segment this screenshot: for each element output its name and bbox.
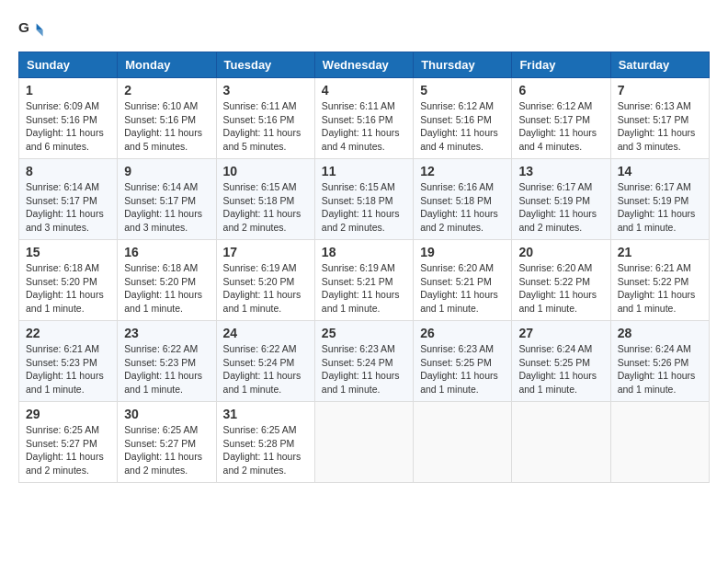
day-number: 31 xyxy=(223,407,308,421)
day-info: Sunrise: 6:24 AMSunset: 5:26 PMDaylight:… xyxy=(618,343,696,395)
calendar-day-27: 27 Sunrise: 6:24 AMSunset: 5:25 PMDaylig… xyxy=(512,321,610,402)
calendar-day-7: 7 Sunrise: 6:13 AMSunset: 5:17 PMDayligh… xyxy=(610,78,709,159)
calendar-week-3: 15 Sunrise: 6:18 AMSunset: 5:20 PMDaylig… xyxy=(19,240,710,321)
calendar-day-2: 2 Sunrise: 6:10 AMSunset: 5:16 PMDayligh… xyxy=(118,78,216,159)
calendar-empty xyxy=(414,402,512,483)
day-info: Sunrise: 6:18 AMSunset: 5:20 PMDaylight:… xyxy=(26,262,104,314)
svg-marker-2 xyxy=(37,30,43,37)
calendar-week-1: 1 Sunrise: 6:09 AMSunset: 5:16 PMDayligh… xyxy=(19,78,710,159)
svg-marker-1 xyxy=(37,24,43,30)
calendar-day-25: 25 Sunrise: 6:23 AMSunset: 5:24 PMDaylig… xyxy=(314,321,413,402)
day-number: 8 xyxy=(26,164,110,178)
day-info: Sunrise: 6:16 AMSunset: 5:18 PMDaylight:… xyxy=(420,181,498,233)
day-info: Sunrise: 6:18 AMSunset: 5:20 PMDaylight:… xyxy=(124,262,202,314)
calendar-day-20: 20 Sunrise: 6:20 AMSunset: 5:22 PMDaylig… xyxy=(512,240,610,321)
day-number: 16 xyxy=(124,245,209,259)
day-number: 28 xyxy=(618,326,702,340)
day-number: 9 xyxy=(124,164,209,178)
day-info: Sunrise: 6:22 AMSunset: 5:23 PMDaylight:… xyxy=(124,343,202,395)
svg-text:G: G xyxy=(18,19,29,35)
header-tuesday: Tuesday xyxy=(216,52,314,78)
day-number: 29 xyxy=(26,407,110,421)
header-thursday: Thursday xyxy=(414,52,512,78)
calendar-empty xyxy=(512,402,610,483)
day-number: 17 xyxy=(223,245,308,259)
day-number: 18 xyxy=(322,245,406,259)
calendar-day-18: 18 Sunrise: 6:19 AMSunset: 5:21 PMDaylig… xyxy=(314,240,413,321)
header-wednesday: Wednesday xyxy=(314,52,413,78)
calendar-day-22: 22 Sunrise: 6:21 AMSunset: 5:23 PMDaylig… xyxy=(19,321,118,402)
day-number: 10 xyxy=(223,164,308,178)
day-number: 1 xyxy=(26,83,110,98)
calendar-day-23: 23 Sunrise: 6:22 AMSunset: 5:23 PMDaylig… xyxy=(118,321,216,402)
day-number: 23 xyxy=(124,326,209,340)
calendar-day-21: 21 Sunrise: 6:21 AMSunset: 5:22 PMDaylig… xyxy=(610,240,709,321)
calendar-week-5: 29 Sunrise: 6:25 AMSunset: 5:27 PMDaylig… xyxy=(19,402,710,483)
day-number: 27 xyxy=(518,326,603,340)
day-info: Sunrise: 6:24 AMSunset: 5:25 PMDaylight:… xyxy=(518,343,597,395)
calendar-day-19: 19 Sunrise: 6:20 AMSunset: 5:21 PMDaylig… xyxy=(414,240,512,321)
day-info: Sunrise: 6:13 AMSunset: 5:17 PMDaylight:… xyxy=(618,100,696,152)
calendar-empty xyxy=(314,402,413,483)
calendar-day-9: 9 Sunrise: 6:14 AMSunset: 5:17 PMDayligh… xyxy=(118,159,216,240)
calendar-day-5: 5 Sunrise: 6:12 AMSunset: 5:16 PMDayligh… xyxy=(414,78,512,159)
header-saturday: Saturday xyxy=(610,52,709,78)
header-monday: Monday xyxy=(118,52,216,78)
calendar-day-29: 29 Sunrise: 6:25 AMSunset: 5:27 PMDaylig… xyxy=(19,402,118,483)
calendar-day-12: 12 Sunrise: 6:16 AMSunset: 5:18 PMDaylig… xyxy=(414,159,512,240)
calendar-empty xyxy=(610,402,709,483)
calendar-day-8: 8 Sunrise: 6:14 AMSunset: 5:17 PMDayligh… xyxy=(19,159,118,240)
calendar-day-13: 13 Sunrise: 6:17 AMSunset: 5:19 PMDaylig… xyxy=(512,159,610,240)
day-number: 21 xyxy=(618,245,702,259)
day-number: 26 xyxy=(420,326,505,340)
day-info: Sunrise: 6:19 AMSunset: 5:21 PMDaylight:… xyxy=(322,262,400,314)
day-info: Sunrise: 6:17 AMSunset: 5:19 PMDaylight:… xyxy=(618,181,696,233)
day-info: Sunrise: 6:11 AMSunset: 5:16 PMDaylight:… xyxy=(322,100,400,152)
day-info: Sunrise: 6:20 AMSunset: 5:21 PMDaylight:… xyxy=(420,262,498,314)
day-number: 7 xyxy=(618,83,702,98)
day-info: Sunrise: 6:15 AMSunset: 5:18 PMDaylight:… xyxy=(223,181,301,233)
calendar-header-row: SundayMondayTuesdayWednesdayThursdayFrid… xyxy=(19,52,710,78)
day-info: Sunrise: 6:21 AMSunset: 5:22 PMDaylight:… xyxy=(618,262,696,314)
header-sunday: Sunday xyxy=(19,52,118,78)
day-info: Sunrise: 6:17 AMSunset: 5:19 PMDaylight:… xyxy=(518,181,597,233)
day-info: Sunrise: 6:19 AMSunset: 5:20 PMDaylight:… xyxy=(223,262,301,314)
calendar-day-30: 30 Sunrise: 6:25 AMSunset: 5:27 PMDaylig… xyxy=(118,402,216,483)
calendar-day-17: 17 Sunrise: 6:19 AMSunset: 5:20 PMDaylig… xyxy=(216,240,314,321)
calendar-day-26: 26 Sunrise: 6:23 AMSunset: 5:25 PMDaylig… xyxy=(414,321,512,402)
day-number: 11 xyxy=(322,164,406,178)
day-number: 22 xyxy=(26,326,110,340)
header-area: G xyxy=(18,18,710,44)
day-number: 2 xyxy=(124,83,209,98)
day-info: Sunrise: 6:25 AMSunset: 5:27 PMDaylight:… xyxy=(124,424,202,476)
day-info: Sunrise: 6:23 AMSunset: 5:25 PMDaylight:… xyxy=(420,343,498,395)
day-number: 14 xyxy=(618,164,702,178)
calendar-day-14: 14 Sunrise: 6:17 AMSunset: 5:19 PMDaylig… xyxy=(610,159,709,240)
day-number: 25 xyxy=(322,326,406,340)
day-info: Sunrise: 6:14 AMSunset: 5:17 PMDaylight:… xyxy=(26,181,104,233)
day-number: 30 xyxy=(124,407,209,421)
day-info: Sunrise: 6:14 AMSunset: 5:17 PMDaylight:… xyxy=(124,181,202,233)
day-number: 4 xyxy=(322,83,406,98)
day-number: 24 xyxy=(223,326,308,340)
day-info: Sunrise: 6:25 AMSunset: 5:27 PMDaylight:… xyxy=(26,424,104,476)
day-number: 3 xyxy=(223,83,308,98)
day-info: Sunrise: 6:09 AMSunset: 5:16 PMDaylight:… xyxy=(26,100,104,152)
day-info: Sunrise: 6:21 AMSunset: 5:23 PMDaylight:… xyxy=(26,343,104,395)
day-info: Sunrise: 6:23 AMSunset: 5:24 PMDaylight:… xyxy=(322,343,400,395)
day-number: 5 xyxy=(420,83,505,98)
calendar-day-11: 11 Sunrise: 6:15 AMSunset: 5:18 PMDaylig… xyxy=(314,159,413,240)
day-info: Sunrise: 6:10 AMSunset: 5:16 PMDaylight:… xyxy=(124,100,202,152)
logo: G xyxy=(18,18,48,44)
calendar-day-15: 15 Sunrise: 6:18 AMSunset: 5:20 PMDaylig… xyxy=(19,240,118,321)
day-number: 20 xyxy=(518,245,603,259)
calendar-week-4: 22 Sunrise: 6:21 AMSunset: 5:23 PMDaylig… xyxy=(19,321,710,402)
calendar-day-4: 4 Sunrise: 6:11 AMSunset: 5:16 PMDayligh… xyxy=(314,78,413,159)
calendar-day-24: 24 Sunrise: 6:22 AMSunset: 5:24 PMDaylig… xyxy=(216,321,314,402)
calendar-day-31: 31 Sunrise: 6:25 AMSunset: 5:28 PMDaylig… xyxy=(216,402,314,483)
calendar-day-28: 28 Sunrise: 6:24 AMSunset: 5:26 PMDaylig… xyxy=(610,321,709,402)
calendar-day-10: 10 Sunrise: 6:15 AMSunset: 5:18 PMDaylig… xyxy=(216,159,314,240)
day-number: 12 xyxy=(420,164,505,178)
day-info: Sunrise: 6:15 AMSunset: 5:18 PMDaylight:… xyxy=(322,181,400,233)
calendar-day-16: 16 Sunrise: 6:18 AMSunset: 5:20 PMDaylig… xyxy=(118,240,216,321)
